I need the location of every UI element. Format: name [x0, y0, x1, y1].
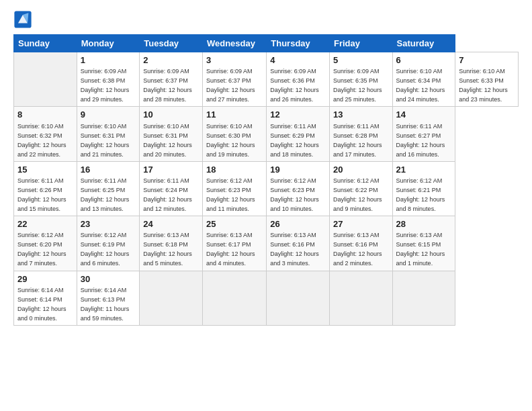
day-info: Sunrise: 6:12 AM Sunset: 6:19 PM Dayligh…	[81, 232, 130, 267]
calendar-cell: 7Sunrise: 6:10 AM Sunset: 6:33 PM Daylig…	[455, 52, 519, 107]
day-number: 22	[17, 218, 73, 230]
day-number: 26	[270, 218, 326, 230]
calendar-header-thursday: Thursday	[267, 35, 330, 52]
calendar-cell: 8Sunrise: 6:10 AM Sunset: 6:32 PM Daylig…	[14, 107, 77, 161]
calendar-cell: 28Sunrise: 6:13 AM Sunset: 6:15 PM Dayli…	[392, 216, 455, 271]
day-info: Sunrise: 6:10 AM Sunset: 6:31 PM Dayligh…	[143, 123, 192, 158]
calendar-cell: 18Sunrise: 6:12 AM Sunset: 6:23 PM Dayli…	[202, 161, 266, 216]
day-number: 10	[143, 109, 199, 121]
day-info: Sunrise: 6:11 AM Sunset: 6:29 PM Dayligh…	[270, 123, 319, 158]
calendar-header-saturday: Saturday	[392, 35, 455, 52]
calendar-cell: 6Sunrise: 6:10 AM Sunset: 6:34 PM Daylig…	[392, 52, 455, 107]
calendar-cell: 24Sunrise: 6:13 AM Sunset: 6:18 PM Dayli…	[140, 216, 203, 271]
day-info: Sunrise: 6:13 AM Sunset: 6:15 PM Dayligh…	[396, 232, 445, 267]
day-number: 11	[206, 109, 263, 121]
day-number: 9	[81, 109, 136, 121]
calendar-cell: 20Sunrise: 6:12 AM Sunset: 6:22 PM Dayli…	[329, 161, 392, 216]
day-number: 18	[206, 164, 263, 176]
day-number: 17	[143, 164, 199, 176]
day-number: 7	[459, 54, 515, 66]
calendar-cell	[140, 271, 203, 325]
day-number: 4	[270, 54, 326, 66]
day-info: Sunrise: 6:10 AM Sunset: 6:32 PM Dayligh…	[17, 123, 66, 158]
calendar-cell: 4Sunrise: 6:09 AM Sunset: 6:36 PM Daylig…	[267, 52, 330, 107]
calendar-cell: 15Sunrise: 6:11 AM Sunset: 6:26 PM Dayli…	[14, 161, 77, 216]
day-info: Sunrise: 6:10 AM Sunset: 6:34 PM Dayligh…	[396, 68, 445, 103]
calendar-cell: 27Sunrise: 6:13 AM Sunset: 6:16 PM Dayli…	[329, 216, 392, 271]
day-info: Sunrise: 6:09 AM Sunset: 6:36 PM Dayligh…	[270, 68, 319, 103]
day-number: 3	[206, 54, 263, 66]
day-number: 23	[81, 218, 136, 230]
day-info: Sunrise: 6:11 AM Sunset: 6:27 PM Dayligh…	[396, 123, 445, 158]
calendar-header-monday: Monday	[77, 35, 140, 52]
calendar-cell: 22Sunrise: 6:12 AM Sunset: 6:20 PM Dayli…	[14, 216, 77, 271]
day-number: 8	[17, 109, 73, 121]
day-info: Sunrise: 6:09 AM Sunset: 6:37 PM Dayligh…	[143, 68, 192, 103]
day-number: 29	[17, 273, 73, 285]
calendar-cell: 9Sunrise: 6:10 AM Sunset: 6:31 PM Daylig…	[77, 107, 140, 161]
day-number: 21	[396, 164, 452, 176]
calendar-cell	[267, 271, 330, 325]
day-number: 28	[396, 218, 452, 230]
day-number: 13	[333, 109, 389, 121]
day-info: Sunrise: 6:14 AM Sunset: 6:14 PM Dayligh…	[17, 287, 66, 322]
day-info: Sunrise: 6:13 AM Sunset: 6:16 PM Dayligh…	[333, 232, 382, 267]
calendar-cell: 3Sunrise: 6:09 AM Sunset: 6:37 PM Daylig…	[202, 52, 266, 107]
day-info: Sunrise: 6:13 AM Sunset: 6:18 PM Dayligh…	[143, 232, 192, 267]
day-info: Sunrise: 6:11 AM Sunset: 6:26 PM Dayligh…	[17, 177, 66, 212]
calendar-header-friday: Friday	[329, 35, 392, 52]
calendar-cell: 29Sunrise: 6:14 AM Sunset: 6:14 PM Dayli…	[14, 271, 77, 325]
day-info: Sunrise: 6:13 AM Sunset: 6:16 PM Dayligh…	[270, 232, 319, 267]
day-info: Sunrise: 6:12 AM Sunset: 6:22 PM Dayligh…	[333, 177, 382, 212]
calendar-cell: 19Sunrise: 6:12 AM Sunset: 6:23 PM Dayli…	[267, 161, 330, 216]
calendar-cell: 26Sunrise: 6:13 AM Sunset: 6:16 PM Dayli…	[267, 216, 330, 271]
day-number: 19	[270, 164, 326, 176]
calendar-cell: 14Sunrise: 6:11 AM Sunset: 6:27 PM Dayli…	[392, 107, 455, 161]
calendar-cell: 21Sunrise: 6:12 AM Sunset: 6:21 PM Dayli…	[392, 161, 455, 216]
day-info: Sunrise: 6:10 AM Sunset: 6:31 PM Dayligh…	[81, 123, 130, 158]
calendar-header-wednesday: Wednesday	[202, 35, 266, 52]
calendar-cell	[202, 271, 266, 325]
day-number: 5	[333, 54, 389, 66]
day-info: Sunrise: 6:11 AM Sunset: 6:24 PM Dayligh…	[143, 177, 192, 212]
calendar-cell: 25Sunrise: 6:13 AM Sunset: 6:17 PM Dayli…	[202, 216, 266, 271]
calendar-cell: 16Sunrise: 6:11 AM Sunset: 6:25 PM Dayli…	[77, 161, 140, 216]
day-number: 20	[333, 164, 389, 176]
calendar-cell: 10Sunrise: 6:10 AM Sunset: 6:31 PM Dayli…	[140, 107, 203, 161]
day-info: Sunrise: 6:10 AM Sunset: 6:30 PM Dayligh…	[206, 123, 255, 158]
day-number: 25	[206, 218, 263, 230]
calendar-cell	[392, 271, 455, 325]
day-number: 15	[17, 164, 73, 176]
calendar-cell: 11Sunrise: 6:10 AM Sunset: 6:30 PM Dayli…	[202, 107, 266, 161]
calendar-header-sunday: Sunday	[14, 35, 77, 52]
day-info: Sunrise: 6:14 AM Sunset: 6:13 PM Dayligh…	[81, 287, 130, 322]
calendar-cell: 30Sunrise: 6:14 AM Sunset: 6:13 PM Dayli…	[77, 271, 140, 325]
day-info: Sunrise: 6:09 AM Sunset: 6:37 PM Dayligh…	[206, 68, 255, 103]
day-number: 27	[333, 218, 389, 230]
day-number: 12	[270, 109, 326, 121]
day-info: Sunrise: 6:12 AM Sunset: 6:20 PM Dayligh…	[17, 232, 66, 267]
calendar-cell: 12Sunrise: 6:11 AM Sunset: 6:29 PM Dayli…	[267, 107, 330, 161]
day-info: Sunrise: 6:11 AM Sunset: 6:25 PM Dayligh…	[81, 177, 130, 212]
day-info: Sunrise: 6:10 AM Sunset: 6:33 PM Dayligh…	[459, 68, 508, 103]
day-info: Sunrise: 6:12 AM Sunset: 6:21 PM Dayligh…	[396, 177, 445, 212]
calendar-cell	[329, 271, 392, 325]
day-info: Sunrise: 6:12 AM Sunset: 6:23 PM Dayligh…	[270, 177, 319, 212]
day-number: 16	[81, 164, 136, 176]
calendar-cell: 17Sunrise: 6:11 AM Sunset: 6:24 PM Dayli…	[140, 161, 203, 216]
day-number: 30	[81, 273, 136, 285]
calendar-cell: 13Sunrise: 6:11 AM Sunset: 6:28 PM Dayli…	[329, 107, 392, 161]
calendar-cell: 5Sunrise: 6:09 AM Sunset: 6:35 PM Daylig…	[329, 52, 392, 107]
day-number: 2	[143, 54, 199, 66]
day-number: 14	[396, 109, 452, 121]
day-number: 1	[81, 54, 136, 66]
day-info: Sunrise: 6:09 AM Sunset: 6:35 PM Dayligh…	[333, 68, 382, 103]
day-number: 6	[396, 54, 452, 66]
day-info: Sunrise: 6:09 AM Sunset: 6:38 PM Dayligh…	[81, 68, 130, 103]
logo	[13, 10, 35, 29]
calendar-table: SundayMondayTuesdayWednesdayThursdayFrid…	[13, 34, 519, 326]
day-info: Sunrise: 6:11 AM Sunset: 6:28 PM Dayligh…	[333, 123, 382, 158]
day-info: Sunrise: 6:12 AM Sunset: 6:23 PM Dayligh…	[206, 177, 255, 212]
day-info: Sunrise: 6:13 AM Sunset: 6:17 PM Dayligh…	[206, 232, 255, 267]
calendar-cell: 2Sunrise: 6:09 AM Sunset: 6:37 PM Daylig…	[140, 52, 203, 107]
